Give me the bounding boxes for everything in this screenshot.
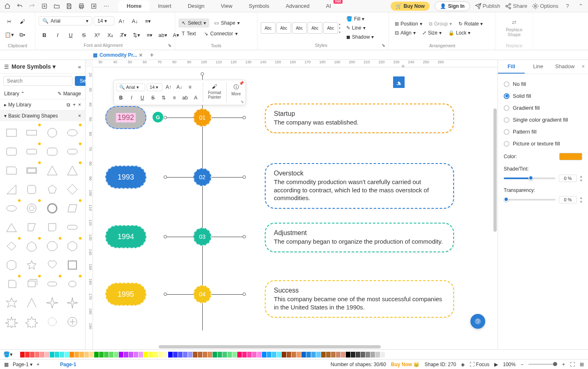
fill-option-pattern[interactable]: Pattern fill	[504, 126, 582, 138]
zoom-level[interactable]: 100%	[503, 362, 516, 367]
presentation-icon[interactable]: ▶	[494, 362, 498, 367]
shape-palette-item[interactable]	[3, 219, 20, 235]
undo-icon[interactable]	[16, 2, 24, 10]
color-cell[interactable]	[153, 352, 158, 357]
color-cell[interactable]	[306, 352, 311, 357]
color-cell[interactable]	[139, 352, 143, 357]
color-cell[interactable]	[232, 352, 237, 357]
shape-palette-item[interactable]	[64, 162, 81, 179]
color-cell[interactable]	[40, 352, 44, 357]
decrease-font-icon[interactable]: A↓	[129, 15, 141, 27]
color-cell[interactable]	[193, 352, 197, 357]
expand-mini-icon[interactable]: ⬊	[241, 99, 244, 104]
color-cell[interactable]	[242, 352, 247, 357]
pin-icon[interactable]: 📌	[239, 81, 244, 85]
shade-value[interactable]: 0 %	[559, 175, 577, 182]
underline-icon[interactable]: U	[65, 29, 76, 41]
shape-palette-item[interactable]	[23, 257, 40, 273]
color-cell[interactable]	[79, 352, 84, 357]
fill-option-gradient[interactable]: Gradient fill	[504, 102, 582, 114]
color-cell[interactable]	[15, 352, 20, 357]
description-box-03[interactable]: AdjustmentThe company began to organize …	[265, 223, 454, 252]
tab-insert[interactable]: Insert	[150, 0, 180, 12]
page-select[interactable]: Page-1 ▾	[13, 362, 32, 367]
shape-palette-item[interactable]	[64, 295, 81, 311]
focus-button[interactable]: ⛶ Focus	[470, 362, 489, 367]
color-cell[interactable]	[346, 352, 350, 357]
color-cell[interactable]	[287, 352, 291, 357]
close-panel-icon[interactable]: ×	[578, 60, 588, 74]
options-button[interactable]: Options	[532, 2, 558, 10]
fill-option-solid[interactable]: Solid fill	[504, 90, 582, 102]
color-cell[interactable]	[65, 352, 69, 357]
color-cell[interactable]	[336, 352, 340, 357]
mini-increase-font-icon[interactable]: A↑	[164, 83, 173, 92]
paste-icon[interactable]: 📋▾	[3, 29, 15, 41]
shape-palette-item[interactable]	[44, 276, 60, 292]
color-cell[interactable]	[292, 352, 296, 357]
copy-icon[interactable]: ⧉▾	[16, 29, 28, 41]
color-cell[interactable]	[227, 352, 232, 357]
mini-size-select[interactable]: 14 ▾	[147, 83, 162, 91]
shape-palette-item[interactable]	[44, 162, 60, 179]
mini-underline-icon[interactable]: U	[138, 93, 147, 102]
style-gallery[interactable]: Abc Abc Abc Abc Abc	[261, 22, 338, 34]
transparency-value[interactable]: 0 %	[559, 196, 577, 203]
shape-palette-item[interactable]	[3, 314, 20, 330]
step-circle-03[interactable]: 03	[193, 228, 211, 246]
mini-strike-icon[interactable]: S	[148, 93, 157, 102]
tab-home[interactable]: Home	[118, 0, 150, 12]
color-cell[interactable]	[351, 352, 355, 357]
shape-palette-item[interactable]	[64, 314, 81, 330]
color-cell[interactable]	[84, 352, 89, 357]
shape-palette-item[interactable]	[3, 257, 20, 273]
print-icon[interactable]	[77, 2, 86, 10]
description-box-02[interactable]: OverstockThe commodity production wasn't…	[265, 163, 454, 209]
shape-palette-item[interactable]	[23, 219, 40, 235]
color-cell[interactable]	[35, 352, 39, 357]
align-icon[interactable]: ≡▾	[142, 15, 154, 27]
tab-ai[interactable]: AIhot	[318, 0, 339, 12]
zoom-out-icon[interactable]: −	[521, 362, 523, 367]
shape-palette-item[interactable]	[23, 200, 40, 217]
fit-width-icon[interactable]: ⊞	[580, 362, 584, 367]
shape-palette-item[interactable]	[3, 295, 20, 311]
canvas[interactable]: 🔍 Arial ▾ 14 ▾ A↑ A↓ ≡ B I U S ⇅ ≡ ab	[93, 67, 498, 349]
shape-palette-item[interactable]	[3, 238, 20, 254]
color-cell[interactable]	[188, 352, 192, 357]
close-tab-icon[interactable]: ×	[139, 52, 142, 58]
fill-option-single-gradient[interactable]: Single color gradient fill	[504, 114, 582, 126]
rp-tab-shadow[interactable]: Shadow	[551, 60, 578, 74]
line-button[interactable]: ✎ Line ▾	[344, 24, 376, 32]
color-cell[interactable]	[213, 352, 217, 357]
color-cell[interactable]	[198, 352, 202, 357]
mini-bullets-icon[interactable]: ≡	[170, 93, 179, 102]
color-cell[interactable]	[119, 352, 123, 357]
fill-panel-icon[interactable]	[393, 76, 405, 88]
color-cell[interactable]	[380, 352, 385, 357]
expand-icon[interactable]: ▸	[4, 102, 7, 108]
color-swatch[interactable]	[559, 153, 582, 160]
color-cell[interactable]	[30, 352, 35, 357]
color-cell[interactable]	[272, 352, 276, 357]
color-cell[interactable]	[163, 352, 168, 357]
grammarly-icon[interactable]: G	[153, 112, 163, 122]
superscript-icon[interactable]: X²	[91, 29, 103, 41]
basic-shapes-label[interactable]: Basic Drawing Shapes	[8, 113, 78, 119]
color-cell[interactable]	[252, 352, 257, 357]
zoom-in-icon[interactable]: +	[562, 362, 565, 367]
shape-palette-item[interactable]	[44, 125, 60, 141]
zoom-slider[interactable]	[528, 364, 557, 365]
color-cell[interactable]	[109, 352, 113, 357]
step-circle-01[interactable]: 01	[193, 108, 211, 127]
description-box-01[interactable]: StartupThe company was established.	[265, 104, 454, 133]
color-cell[interactable]	[208, 352, 212, 357]
layers-icon[interactable]: ◈	[461, 362, 465, 367]
color-cell[interactable]	[25, 352, 30, 357]
color-cell[interactable]	[247, 352, 252, 357]
increase-font-icon[interactable]: A↑	[116, 15, 127, 27]
style-down-icon[interactable]: ▾	[339, 26, 340, 30]
rp-tab-fill[interactable]: Fill	[498, 60, 525, 74]
shape-palette-item[interactable]	[3, 276, 20, 292]
year-pill-1994[interactable]: 1994	[105, 225, 146, 248]
